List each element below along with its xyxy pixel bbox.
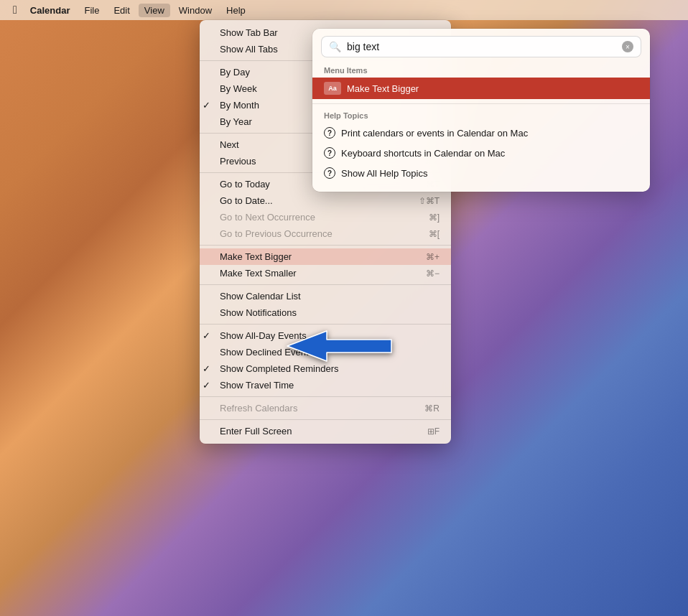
- menu-item-refresh-calendars: Refresh Calendars ⌘R: [200, 400, 451, 416]
- help-topic-keyboard-shortcuts[interactable]: ? Keyboard shortcuts in Calendar on Mac: [312, 143, 650, 163]
- help-circle-icon: ?: [324, 167, 335, 179]
- help-result-label: Make Text Bigger: [347, 83, 419, 94]
- help-search-popup: 🔍 × Menu Items Aa Make Text Bigger Help …: [312, 29, 650, 192]
- menubar-help[interactable]: Help: [220, 4, 251, 17]
- help-search-input[interactable]: [347, 41, 616, 52]
- menu-item-enter-full-screen[interactable]: Enter Full Screen ⊞F: [200, 423, 451, 439]
- menu-item-go-to-next-occurrence: Go to Next Occurrence ⌘]: [200, 209, 451, 225]
- menu-item-go-to-date[interactable]: Go to Date... ⇧⌘T: [200, 192, 451, 209]
- help-search-bar: 🔍 ×: [321, 36, 641, 57]
- help-topic-label: Show All Help Topics: [341, 168, 427, 179]
- divider: [200, 396, 451, 397]
- help-topic-print-calendars[interactable]: ? Print calendars or events in Calendar …: [312, 123, 650, 143]
- menu-item-go-to-previous-occurrence: Go to Previous Occurrence ⌘[: [200, 225, 451, 242]
- help-circle-icon: ?: [324, 127, 335, 139]
- divider: [200, 284, 451, 285]
- search-icon: 🔍: [329, 41, 341, 52]
- arrow-pointer: [284, 327, 399, 369]
- clear-search-button[interactable]: ×: [622, 41, 633, 52]
- apple-menu[interactable]: : [9, 2, 22, 18]
- divider: [200, 324, 451, 325]
- help-section-divider: [312, 103, 650, 104]
- menu-items-section-label: Menu Items: [312, 63, 650, 78]
- menubar-window[interactable]: Window: [173, 4, 218, 17]
- menubar-view[interactable]: View: [139, 4, 170, 17]
- menu-item-show-calendar-list[interactable]: Show Calendar List: [200, 288, 451, 304]
- menu-item-show-travel-time[interactable]: ✓ Show Travel Time: [200, 377, 451, 393]
- divider: [200, 419, 451, 420]
- menubar-edit[interactable]: Edit: [108, 4, 135, 17]
- help-topics-section-label: Help Topics: [312, 108, 650, 123]
- menubar-file[interactable]: File: [78, 4, 105, 17]
- divider: [200, 245, 451, 246]
- menu-item-show-notifications[interactable]: Show Notifications: [200, 304, 451, 321]
- help-topic-show-all[interactable]: ? Show All Help Topics: [312, 163, 650, 183]
- menubar:  Calendar File Edit View Window Help: [0, 0, 688, 20]
- help-result-make-text-bigger[interactable]: Aa Make Text Bigger: [312, 78, 650, 99]
- menu-item-make-text-smaller[interactable]: Make Text Smaller ⌘−: [200, 265, 451, 281]
- help-circle-icon: ?: [324, 147, 335, 159]
- help-topic-label: Print calendars or events in Calendar on…: [341, 128, 528, 139]
- menubar-app-name[interactable]: Calendar: [24, 4, 76, 17]
- menu-item-icon: Aa: [324, 82, 341, 95]
- menu-item-make-text-bigger[interactable]: Make Text Bigger ⌘+: [200, 248, 451, 265]
- help-topic-label: Keyboard shortcuts in Calendar on Mac: [341, 148, 505, 159]
